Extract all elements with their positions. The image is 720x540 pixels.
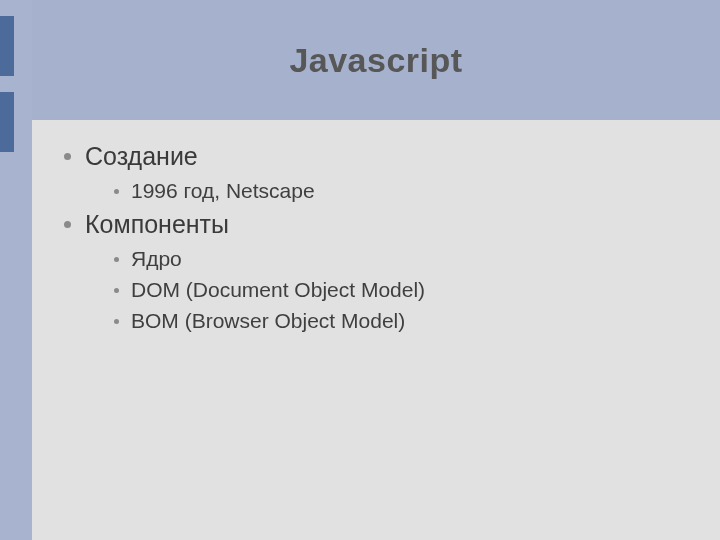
list-subitem: BOM (Browser Object Model) bbox=[114, 309, 700, 333]
sidebar-accent bbox=[0, 0, 32, 540]
list-subitem: DOM (Document Object Model) bbox=[114, 278, 700, 302]
list-subitem: Ядро bbox=[114, 247, 700, 271]
list-subitem: 1996 год, Netscape bbox=[114, 179, 700, 203]
bullet-icon bbox=[114, 319, 119, 324]
bullet-icon bbox=[64, 221, 71, 228]
bullet-icon bbox=[114, 288, 119, 293]
sidebar-tab bbox=[0, 92, 14, 152]
bullet-icon bbox=[64, 153, 71, 160]
content-area: Создание 1996 год, Netscape Компоненты Я… bbox=[32, 120, 720, 540]
list-subitem-label: 1996 год, Netscape bbox=[131, 179, 315, 203]
sidebar-tab bbox=[0, 16, 14, 76]
bullet-icon bbox=[114, 189, 119, 194]
list-item-label: Компоненты bbox=[85, 210, 229, 239]
list-subitem-label: Ядро bbox=[131, 247, 182, 271]
bullet-icon bbox=[114, 257, 119, 262]
list-subitem-label: BOM (Browser Object Model) bbox=[131, 309, 405, 333]
title-band: Javascript bbox=[32, 0, 720, 120]
list-item: Компоненты bbox=[60, 210, 700, 239]
list-item: Создание bbox=[60, 142, 700, 171]
page-title: Javascript bbox=[289, 41, 462, 80]
list-subitem-label: DOM (Document Object Model) bbox=[131, 278, 425, 302]
list-item-label: Создание bbox=[85, 142, 198, 171]
